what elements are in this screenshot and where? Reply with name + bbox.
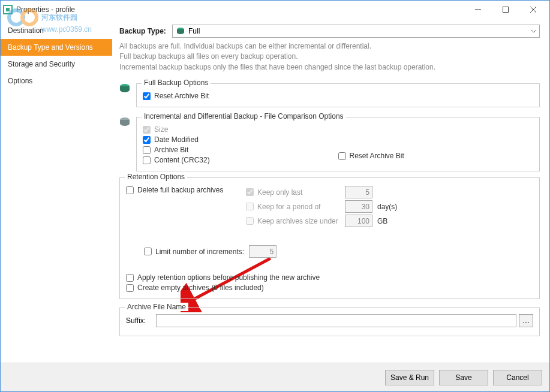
maximize-button[interactable] <box>492 1 519 19</box>
disk-icon <box>176 27 185 35</box>
keep-period-value <box>345 200 372 213</box>
help-line: Full backup backups all files on every b… <box>119 52 540 62</box>
keep-size-unit: GB <box>377 217 387 225</box>
incremental-options-group: Incremental and Differential Backup - Fi… <box>136 117 540 171</box>
keep-only-last-label: Keep only last <box>257 188 302 197</box>
checkbox-label: Delete full backup archives <box>137 186 223 194</box>
disk-grey-icon <box>119 117 136 171</box>
group-legend: Archive File Name <box>125 303 188 311</box>
sidebar: Destination Backup Type and Versions Sto… <box>1 19 112 363</box>
window-title: Properties - profile <box>16 5 464 14</box>
checkbox-label: Limit number of increments: <box>155 248 244 256</box>
backup-type-label: Backup Type: <box>119 27 172 35</box>
minimize-button[interactable] <box>464 1 492 19</box>
backup-type-dropdown[interactable]: Full <box>172 25 540 38</box>
suffix-browse-button[interactable]: … <box>519 314 533 327</box>
checkbox-label: Date Modified <box>154 135 199 144</box>
checkbox-label: Reset Archive Bit <box>350 152 404 160</box>
dialog-footer: Save & Run Save Cancel <box>1 363 549 391</box>
keep-only-last-value <box>345 186 372 198</box>
button-label: Cancel <box>506 373 528 382</box>
chevron-down-icon <box>531 28 537 36</box>
help-text: All backups are full. Individual backups… <box>119 41 540 73</box>
suffix-label: Suffix: <box>126 316 156 325</box>
cancel-button[interactable]: Cancel <box>493 370 542 385</box>
full-backup-options-group: Full Backup Options Reset Archive Bit <box>136 83 540 107</box>
svg-rect-4 <box>6 8 10 11</box>
sidebar-item-destination[interactable]: Destination <box>1 22 112 39</box>
keep-period-unit: day(s) <box>377 203 397 211</box>
retention-options-group: Retention Options Delete full backup arc… <box>119 177 540 299</box>
group-legend: Retention Options <box>125 173 187 181</box>
save-run-button[interactable]: Save & Run <box>385 370 434 385</box>
limit-increments-value <box>249 245 276 258</box>
suffix-input[interactable] <box>156 314 516 327</box>
date-modified-checkbox[interactable]: Date Modified <box>143 135 338 144</box>
sidebar-item-backup-type-versions[interactable]: Backup Type and Versions <box>1 39 112 56</box>
checkbox-label: Archive Bit <box>154 146 188 154</box>
reset-archive-bit-inc-checkbox[interactable]: Reset Archive Bit <box>338 152 534 160</box>
content-crc-checkbox[interactable]: Content (CRC32) <box>143 156 338 164</box>
keep-period-label: Keep for a period of <box>257 203 320 211</box>
apply-retention-before-checkbox[interactable]: Apply retention options before publishin… <box>126 273 533 282</box>
checkbox-label: Apply retention options before publishin… <box>137 273 320 282</box>
checkbox-label: Reset Archive Bit <box>154 92 209 100</box>
help-line: All backups are full. Individual backups… <box>119 41 540 52</box>
checkbox-label: Size <box>154 125 168 134</box>
close-button[interactable] <box>519 1 547 19</box>
button-label: Save & Run <box>390 373 429 382</box>
sidebar-item-storage-security[interactable]: Storage and Security <box>1 56 112 73</box>
limit-increments-checkbox[interactable]: Limit number of increments: <box>144 248 244 256</box>
titlebar: Properties - profile <box>1 1 549 19</box>
group-legend: Full Backup Options <box>142 79 211 87</box>
help-line: Incremental backup backups only the file… <box>119 62 540 73</box>
app-icon <box>3 5 13 14</box>
checkbox-label: Content (CRC32) <box>154 156 210 164</box>
group-legend: Incremental and Differential Backup - Fi… <box>142 112 346 120</box>
archive-bit-checkbox[interactable]: Archive Bit <box>143 146 338 154</box>
keep-size-label: Keep archives size under <box>257 217 338 225</box>
sidebar-item-options[interactable]: Options <box>1 73 112 89</box>
delete-full-archives-checkbox[interactable]: Delete full backup archives <box>126 186 246 194</box>
keep-size-value <box>345 215 372 227</box>
reset-archive-bit-checkbox[interactable]: Reset Archive Bit <box>143 92 533 100</box>
ellipsis-icon: … <box>522 316 530 325</box>
backup-type-value: Full <box>188 27 200 35</box>
disk-green-icon <box>119 83 136 107</box>
save-button[interactable]: Save <box>439 370 488 385</box>
create-empty-archives-checkbox[interactable]: Create empty archives (0 files included) <box>126 284 533 292</box>
content-pane: Backup Type: Full All backups are full. … <box>112 19 549 363</box>
button-label: Save <box>455 373 471 382</box>
archive-filename-group: Archive File Name Suffix: … <box>119 307 540 336</box>
svg-rect-6 <box>503 7 509 13</box>
size-checkbox: Size <box>143 125 338 134</box>
checkbox-label: Create empty archives (0 files included) <box>137 284 264 292</box>
